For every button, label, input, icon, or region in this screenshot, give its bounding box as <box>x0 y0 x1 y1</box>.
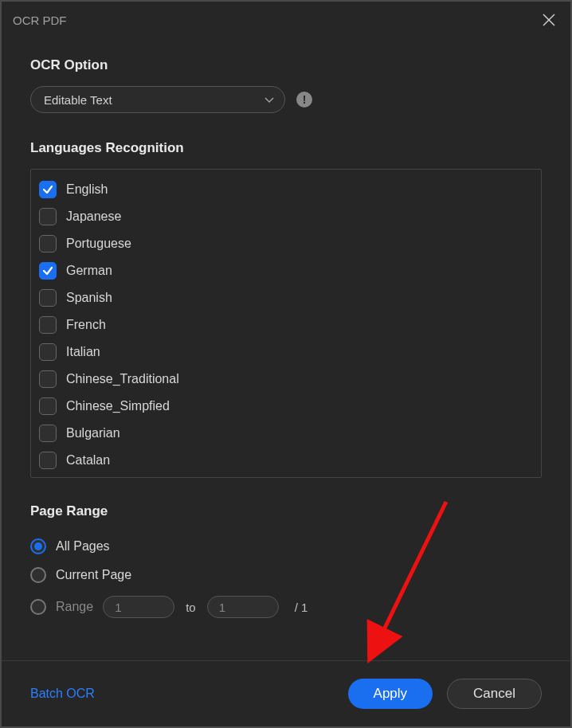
language-checkbox[interactable] <box>39 343 57 361</box>
language-label: Japanese <box>66 209 121 224</box>
radio-row-current[interactable]: Current Page <box>30 561 542 589</box>
language-item[interactable]: English <box>39 176 533 203</box>
radio-all-pages[interactable] <box>30 538 46 554</box>
language-checkbox[interactable] <box>39 262 57 280</box>
language-label: Bulgarian <box>66 426 120 440</box>
language-checkbox[interactable] <box>39 208 57 225</box>
language-item[interactable]: Japanese <box>39 203 533 230</box>
radio-range-label: Range <box>56 600 93 614</box>
language-checkbox[interactable] <box>39 289 57 307</box>
ocr-option-value: Editable Text <box>44 93 112 107</box>
language-item[interactable]: Chinese_Traditional <box>39 366 533 393</box>
languages-label: Languages Recognition <box>30 140 542 156</box>
language-label: Italian <box>66 345 100 359</box>
ocr-option-select-wrap: Editable Text <box>30 86 285 113</box>
languages-box: EnglishJapanesePortugueseGermanSpanishFr… <box>30 169 542 478</box>
language-checkbox[interactable] <box>39 452 57 469</box>
language-item[interactable]: Portuguese <box>39 230 533 257</box>
apply-button[interactable]: Apply <box>348 679 433 709</box>
close-icon <box>542 13 556 27</box>
language-label: French <box>66 318 106 332</box>
titlebar: OCR PDF <box>2 2 570 38</box>
language-checkbox[interactable] <box>39 370 57 388</box>
languages-list[interactable]: EnglishJapanesePortugueseGermanSpanishFr… <box>31 170 541 477</box>
cancel-button[interactable]: Cancel <box>447 679 542 709</box>
page-range-label: Page Range <box>30 503 542 519</box>
language-label: Chinese_Simpfied <box>66 399 170 413</box>
language-checkbox[interactable] <box>39 181 57 198</box>
dialog-footer: Batch OCR Apply Cancel <box>2 660 570 726</box>
language-item[interactable]: German <box>39 257 533 284</box>
ocr-pdf-dialog: OCR PDF OCR Option Editable Text ! Langu… <box>0 0 572 728</box>
language-label: English <box>66 182 108 197</box>
ocr-option-row: Editable Text ! <box>30 86 542 113</box>
range-total: / 1 <box>295 601 308 614</box>
language-label: Spanish <box>66 291 112 305</box>
language-label: Catalan <box>66 453 110 468</box>
close-button[interactable] <box>539 10 559 30</box>
dialog-title: OCR PDF <box>13 14 67 27</box>
language-checkbox[interactable] <box>39 397 57 415</box>
range-to-input[interactable] <box>207 596 279 618</box>
radio-current-page[interactable] <box>30 567 46 583</box>
language-item[interactable]: Catalan <box>39 447 533 474</box>
language-item[interactable]: Chinese_Simpfied <box>39 393 533 420</box>
info-icon[interactable]: ! <box>296 92 312 108</box>
language-item[interactable]: Spanish <box>39 284 533 311</box>
language-item[interactable]: French <box>39 311 533 339</box>
language-checkbox[interactable] <box>39 235 57 252</box>
language-item[interactable]: Italian <box>39 339 533 366</box>
radio-current-label: Current Page <box>56 568 131 582</box>
language-checkbox[interactable] <box>39 425 57 442</box>
language-label: Chinese_Traditional <box>66 372 179 386</box>
radio-all-label: All Pages <box>56 539 110 554</box>
radio-row-range[interactable]: Range to / 1 <box>30 589 542 624</box>
radio-row-all[interactable]: All Pages <box>30 532 542 561</box>
language-checkbox[interactable] <box>39 316 57 334</box>
page-range-section: Page Range All Pages Current Page Range … <box>30 503 542 624</box>
dialog-content: OCR Option Editable Text ! Languages Rec… <box>2 38 570 660</box>
language-label: German <box>66 264 112 278</box>
language-item[interactable]: Bulgarian <box>39 420 533 447</box>
ocr-option-select[interactable]: Editable Text <box>30 86 285 113</box>
radio-range[interactable] <box>30 599 46 615</box>
ocr-option-label: OCR Option <box>30 57 542 73</box>
range-to-label: to <box>186 601 196 614</box>
batch-ocr-link[interactable]: Batch OCR <box>30 687 95 701</box>
range-from-input[interactable] <box>103 596 174 618</box>
language-label: Portuguese <box>66 237 131 251</box>
